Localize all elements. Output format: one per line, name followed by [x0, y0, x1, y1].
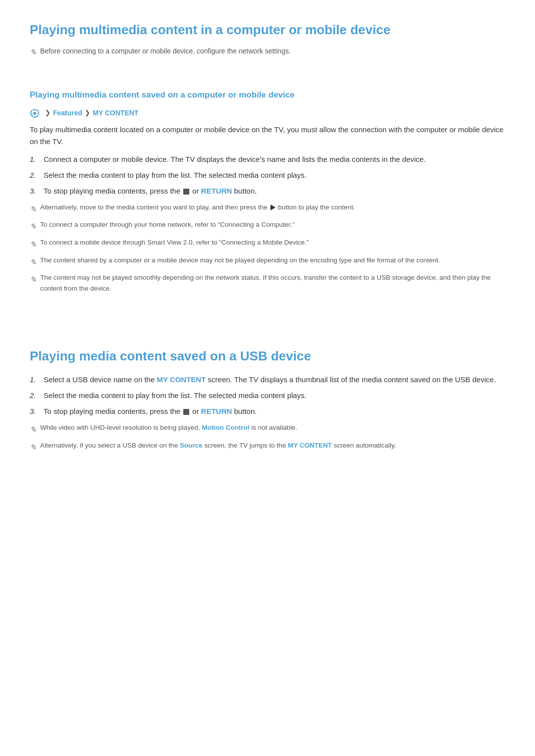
intro-note: ✎ Before connecting to a computer or mob… [30, 46, 505, 59]
section1-note-2: ✎ To connect a computer through your hom… [30, 219, 505, 233]
step-2: 2. Select the media content to play from… [30, 169, 505, 181]
note-5-text: The content may not be played smoothly d… [40, 272, 505, 294]
section1-note-1: ✎ Alternatively, move to the media conte… [30, 202, 505, 216]
section1-note-3: ✎ To connect a mobile device through Sma… [30, 237, 505, 251]
svg-rect-2 [34, 109, 35, 111]
svg-rect-8 [37, 109, 39, 111]
section1-title: Playing multimedia content saved on a co… [30, 88, 505, 101]
stop-square-icon [183, 189, 189, 195]
main-title: Playing multimedia content in a computer… [30, 20, 505, 41]
breadcrumb-my-content: MY CONTENT [93, 107, 138, 118]
stop-square-icon-2 [183, 409, 189, 415]
usb-step-3-num: 3. [30, 405, 44, 417]
section2-note-1-text: While video with UHD-level resolution is… [40, 422, 297, 433]
step-1-num: 1. [30, 153, 44, 165]
intro-note-text: Before connecting to a computer or mobil… [40, 46, 291, 56]
note-pencil-icon-4: ✎ [30, 256, 36, 269]
section2-title: Playing media content saved on a USB dev… [30, 346, 505, 367]
usb-step-1-num: 1. [30, 374, 44, 386]
step-3-text: To stop playing media contents, press th… [44, 185, 505, 197]
breadcrumb-arrow1: ❯ [45, 108, 51, 118]
return-highlight-2: RETURN [201, 407, 232, 415]
note-pencil-icon-3: ✎ [30, 238, 36, 251]
note-pencil-icon-2: ✎ [30, 220, 36, 233]
section1-note-5: ✎ The content may not be played smoothly… [30, 272, 505, 294]
breadcrumb-featured: Featured [53, 107, 82, 118]
usb-step-1-text: Select a USB device name on the MY CONTE… [44, 374, 505, 386]
note-1-text: Alternatively, move to the media content… [40, 202, 355, 213]
note-3-text: To connect a mobile device through Smart… [40, 237, 309, 248]
note-pencil-icon-7: ✎ [30, 441, 36, 454]
play-triangle-icon [270, 204, 275, 210]
usb-step-2: 2. Select the media content to play from… [30, 390, 505, 402]
step-1-text: Connect a computer or mobile device. The… [44, 153, 505, 165]
note-2-text: To connect a computer through your home … [40, 219, 294, 230]
usb-step-3: 3. To stop playing media contents, press… [30, 405, 505, 417]
section2-note-2-text: Alternatively, if you select a USB devic… [40, 440, 396, 451]
section2-steps: 1. Select a USB device name on the MY CO… [30, 374, 505, 417]
step-3-num: 3. [30, 185, 44, 197]
usb-step-1: 1. Select a USB device name on the MY CO… [30, 374, 505, 386]
section1-note-4: ✎ The content shared by a computer or a … [30, 255, 505, 269]
step-2-num: 2. [30, 169, 44, 181]
note-pencil-icon: ✎ [30, 46, 36, 59]
section2-note-1: ✎ While video with UHD-level resolution … [30, 422, 505, 436]
svg-rect-3 [34, 116, 35, 118]
svg-point-1 [33, 112, 36, 115]
section1-steps: 1. Connect a computer or mobile device. … [30, 153, 505, 197]
note-pencil-icon-6: ✎ [30, 423, 36, 436]
svg-rect-5 [38, 113, 40, 114]
note-pencil-icon-1: ✎ [30, 203, 36, 216]
section1-body: To play multimedia content located on a … [30, 124, 505, 148]
usb-step-3-text: To stop playing media contents, press th… [44, 405, 505, 417]
motion-control-highlight: Motion Control [202, 424, 249, 431]
source-highlight: Source [180, 442, 203, 449]
step-3: 3. To stop playing media contents, press… [30, 185, 505, 197]
return-highlight: RETURN [201, 187, 232, 195]
svg-rect-4 [30, 113, 32, 114]
step-2-text: Select the media content to play from th… [44, 169, 505, 181]
note-pencil-icon-5: ✎ [30, 273, 36, 286]
my-content-highlight-1: MY CONTENT [157, 375, 206, 384]
usb-step-2-text: Select the media content to play from th… [44, 390, 505, 402]
section2-note-2: ✎ Alternatively, if you select a USB dev… [30, 440, 505, 454]
note-4-text: The content shared by a computer or a mo… [40, 255, 440, 266]
breadcrumb: ❯ Featured ❯ MY CONTENT [30, 107, 505, 118]
my-content-highlight-2: MY CONTENT [288, 442, 332, 449]
smart-hub-icon [30, 108, 40, 118]
step-1: 1. Connect a computer or mobile device. … [30, 153, 505, 165]
breadcrumb-arrow2: ❯ [85, 108, 90, 118]
usb-step-2-num: 2. [30, 390, 44, 402]
